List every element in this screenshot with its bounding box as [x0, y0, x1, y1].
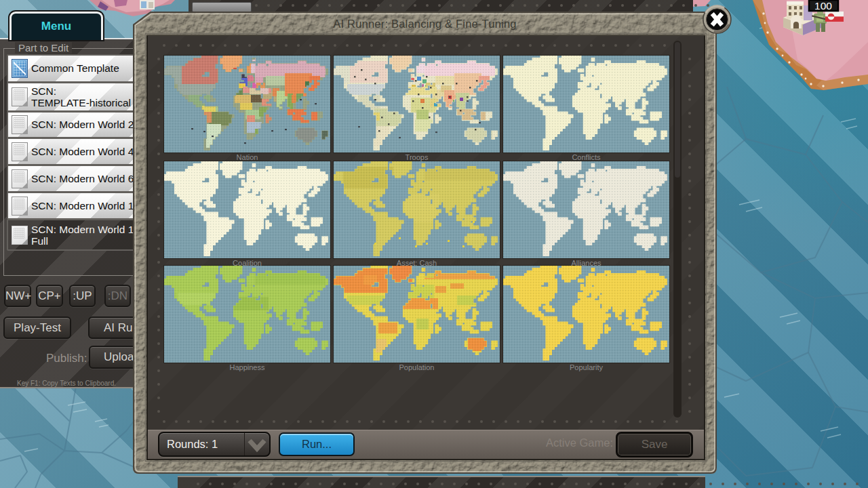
svg-text:100: 100	[814, 0, 832, 12]
